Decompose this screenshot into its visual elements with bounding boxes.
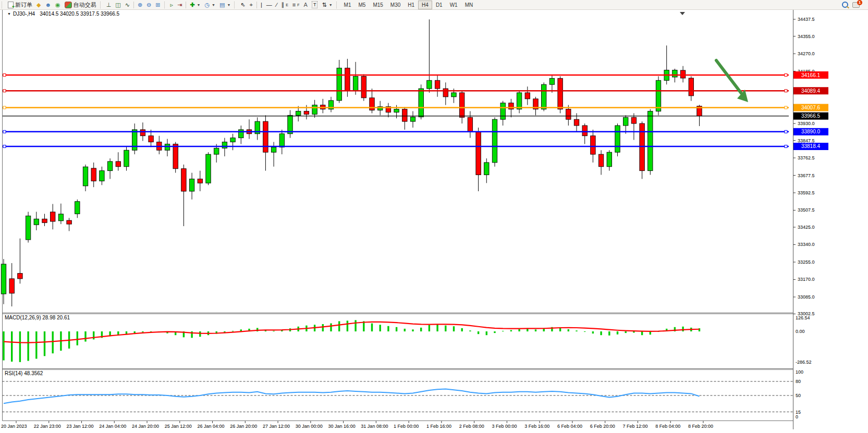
svg-text:26 Jan 20:00: 26 Jan 20:00 bbox=[230, 424, 257, 429]
svg-text:33592.5: 33592.5 bbox=[798, 190, 815, 195]
vertical-line-button[interactable]: | bbox=[259, 0, 264, 9]
chevron-down-icon: ▼ bbox=[212, 3, 215, 7]
line-chart-icon: ∿ bbox=[125, 2, 130, 8]
new-order-button[interactable]: 新订单 bbox=[6, 0, 34, 9]
svg-text:15: 15 bbox=[796, 410, 801, 415]
chart-dropdown-icon[interactable]: ▼ bbox=[7, 12, 11, 16]
radio-icon: ◉ bbox=[55, 2, 60, 8]
svg-text:33762.5: 33762.5 bbox=[798, 155, 815, 160]
toolbar-grip bbox=[336, 2, 339, 8]
svg-text:33677.5: 33677.5 bbox=[798, 173, 815, 178]
tile-windows-button[interactable]: ⊞ bbox=[153, 0, 162, 9]
market-symbol-button[interactable]: ◆ bbox=[34, 0, 43, 9]
channel-e-label: E bbox=[286, 3, 288, 7]
timeframe-w1[interactable]: W1 bbox=[446, 1, 461, 9]
svg-text:33340.0: 33340.0 bbox=[798, 242, 815, 247]
svg-text:34089.4: 34089.4 bbox=[801, 88, 821, 94]
profiles-button[interactable]: ☻ bbox=[43, 0, 53, 9]
arrows-icon: ⇅ bbox=[322, 2, 326, 8]
svg-text:27 Jan 12:00: 27 Jan 12:00 bbox=[263, 424, 290, 429]
notifications-button[interactable]: 1 bbox=[850, 0, 864, 9]
clock-icon: ◷ bbox=[204, 2, 210, 8]
horizontal-line-button[interactable]: — bbox=[264, 0, 274, 9]
timeframe-h1[interactable]: H1 bbox=[404, 1, 418, 9]
timeframe-h4[interactable]: H4 bbox=[418, 1, 432, 9]
rsi-label: RSI(14) 48.3562 bbox=[5, 370, 43, 376]
rsi-pane: 1008050150 bbox=[3, 369, 804, 419]
candlestick-chart-button[interactable]: ◫ bbox=[113, 0, 123, 9]
vertical-line-icon: | bbox=[261, 2, 262, 8]
indicators-button[interactable]: ✚▼ bbox=[188, 0, 202, 9]
auto-scroll-icon: ▹ bbox=[170, 2, 174, 8]
svg-text:8 Feb 20:00: 8 Feb 20:00 bbox=[688, 424, 713, 429]
svg-text:25 Jan 12:00: 25 Jan 12:00 bbox=[165, 424, 192, 429]
chart-title: ▼DJ30-,H434014.5 34020.5 33917.5 33966.5 bbox=[7, 11, 119, 17]
chart-shift-marker[interactable] bbox=[680, 12, 685, 15]
price-axis[interactable]: 34437.534355.034270.034185.033930.033847… bbox=[793, 17, 815, 316]
autotrade-button[interactable]: 自动交易 bbox=[63, 0, 99, 9]
cursor-button[interactable]: ⇖ bbox=[238, 0, 247, 9]
chart-shift-button[interactable]: ⇥ bbox=[175, 0, 184, 9]
chevron-down-icon: ▼ bbox=[197, 3, 201, 7]
level-lines[interactable]: 34166.134089.434007.633966.533890.033818… bbox=[3, 71, 828, 150]
macd-name: MACD(12,26,9) bbox=[5, 315, 41, 320]
trendline-button[interactable]: ∕ bbox=[274, 0, 279, 9]
cursor-icon: ⇖ bbox=[240, 2, 245, 8]
chart-canvas[interactable]: 34437.534355.034270.034185.033930.033847… bbox=[0, 9, 868, 433]
candlestick-icon: ◫ bbox=[115, 2, 120, 8]
tile-windows-icon: ⊞ bbox=[155, 2, 160, 8]
text-icon: A bbox=[304, 2, 308, 8]
text-button[interactable]: A bbox=[302, 0, 310, 9]
toolbar-separator bbox=[186, 2, 186, 8]
svg-text:6 Feb 20:00: 6 Feb 20:00 bbox=[590, 424, 615, 429]
rsi-value: 48.3562 bbox=[24, 370, 43, 376]
svg-text:7 Feb 12:00: 7 Feb 12:00 bbox=[622, 424, 647, 429]
chart-window[interactable]: 34437.534355.034270.034185.033930.033847… bbox=[0, 9, 868, 433]
text-label-icon: T bbox=[312, 1, 318, 8]
timeframe-d1[interactable]: D1 bbox=[432, 1, 446, 9]
svg-text:100: 100 bbox=[796, 369, 803, 375]
svg-text:24 Jan 04:00: 24 Jan 04:00 bbox=[99, 424, 126, 429]
timeframe-group: M1M5M15M30H1H4D1W1MN bbox=[340, 1, 477, 9]
svg-text:33818.4: 33818.4 bbox=[801, 143, 821, 149]
indicators-icon: ✚ bbox=[190, 2, 194, 8]
alerts-button[interactable]: ◉ bbox=[53, 0, 63, 9]
fibonacci-button[interactable]: ≡F bbox=[290, 0, 302, 9]
timeframe-mn[interactable]: MN bbox=[461, 1, 477, 9]
new-order-icon bbox=[8, 2, 14, 8]
zoom-in-button[interactable]: ⊕ bbox=[136, 0, 144, 9]
bar-chart-button[interactable]: ⊥ bbox=[104, 0, 114, 9]
timeframe-m30[interactable]: M30 bbox=[387, 1, 404, 9]
line-chart-button[interactable]: ∿ bbox=[123, 0, 132, 9]
timeframe-m15[interactable]: M15 bbox=[369, 1, 386, 9]
svg-text:34166.1: 34166.1 bbox=[801, 72, 821, 78]
svg-text:1 Feb 16:00: 1 Feb 16:00 bbox=[426, 424, 451, 429]
svg-text:30 Jan 00:00: 30 Jan 00:00 bbox=[296, 424, 323, 429]
auto-scroll-button[interactable]: ▹ bbox=[168, 0, 176, 9]
timeframe-m5[interactable]: M5 bbox=[354, 1, 369, 9]
svg-text:33170.0: 33170.0 bbox=[798, 277, 815, 282]
timeframe-m1[interactable]: M1 bbox=[340, 1, 355, 9]
svg-text:33085.0: 33085.0 bbox=[798, 294, 815, 300]
trend-arrow[interactable] bbox=[716, 60, 748, 102]
crosshair-button[interactable]: + bbox=[248, 0, 255, 9]
zoom-out-button[interactable]: ⊖ bbox=[144, 0, 153, 9]
search-button[interactable] bbox=[840, 0, 850, 9]
time-axis[interactable]: 20 Jan 202322 Jan 23:0023 Jan 12:0024 Ja… bbox=[1, 421, 713, 429]
notification-icon: 1 bbox=[852, 2, 860, 8]
equidistant-channel-button[interactable]: ∥E bbox=[279, 0, 290, 9]
autotrade-label: 自动交易 bbox=[74, 1, 96, 9]
toolbar-separator bbox=[133, 2, 134, 8]
svg-text:1 Feb 00:00: 1 Feb 00:00 bbox=[394, 424, 419, 429]
periods-button[interactable]: ◷▼ bbox=[202, 0, 217, 9]
svg-text:31 Jan 08:00: 31 Jan 08:00 bbox=[361, 424, 388, 429]
template-icon: ▤ bbox=[219, 2, 225, 8]
svg-text:30 Jan 16:00: 30 Jan 16:00 bbox=[328, 424, 356, 429]
arrows-button[interactable]: ⇅▼ bbox=[320, 0, 334, 9]
svg-text:6 Feb 04:00: 6 Feb 04:00 bbox=[557, 424, 582, 429]
text-label-button[interactable]: T bbox=[310, 0, 320, 9]
templates-button[interactable]: ▤▼ bbox=[217, 0, 233, 9]
trendline-icon: ∕ bbox=[276, 2, 277, 8]
svg-text:24 Jan 20:00: 24 Jan 20:00 bbox=[132, 424, 159, 429]
crosshair-icon: + bbox=[250, 2, 253, 8]
